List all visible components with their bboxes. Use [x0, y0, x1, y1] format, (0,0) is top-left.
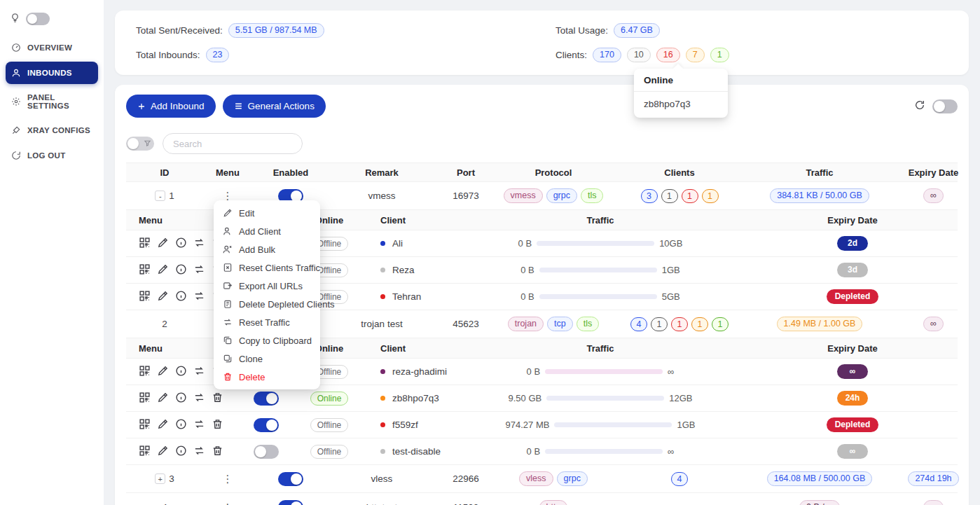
- info-icon[interactable]: [175, 392, 187, 406]
- info-icon[interactable]: [175, 418, 187, 432]
- client-count-badge[interactable]: 4: [671, 472, 688, 486]
- traffic-used: 9.50 GB: [509, 393, 542, 403]
- expand-row-button[interactable]: +: [155, 473, 165, 484]
- menu-item-clone[interactable]: Clone: [214, 350, 320, 368]
- menu-item-copy-to-clipboard[interactable]: Copy to Clipboard: [214, 331, 320, 350]
- refresh-icon[interactable]: [914, 99, 925, 113]
- reset-traffic-icon[interactable]: [193, 392, 205, 406]
- expiry-badge: 3d: [837, 263, 868, 277]
- clients-depleted-badge[interactable]: 16: [656, 48, 680, 62]
- search-input[interactable]: [163, 133, 303, 154]
- general-actions-button[interactable]: General Actions: [223, 95, 326, 118]
- auto-refresh-toggle[interactable]: [932, 99, 958, 113]
- client-count-badge[interactable]: 1: [702, 189, 719, 203]
- sidebar-item-label: XRAY CONFIGS: [27, 126, 90, 134]
- clients-expiring-badge[interactable]: 7: [686, 48, 705, 62]
- edit-icon[interactable]: [157, 392, 169, 406]
- qr-code-icon[interactable]: [139, 445, 151, 459]
- reset-traffic-icon[interactable]: [193, 290, 205, 304]
- reset-traffic-icon[interactable]: [193, 365, 205, 379]
- delete-icon[interactable]: [212, 445, 223, 459]
- menu-item-delete-depleted-clients[interactable]: Delete Depleted Clients: [214, 295, 320, 313]
- client-count-badge[interactable]: 1: [671, 317, 688, 331]
- qr-code-icon[interactable]: [139, 237, 151, 251]
- client-count-badge[interactable]: 1: [651, 317, 668, 331]
- edit-icon[interactable]: [157, 418, 169, 432]
- traffic-used: 0 B: [520, 291, 534, 302]
- row-menu-button[interactable]: ⋮: [223, 473, 233, 484]
- inbound-row-4: 4 ⋮ httptest 11503 http 0 B / ∞ ∞: [126, 493, 958, 505]
- menu-item-add-client[interactable]: Add Client: [214, 222, 320, 240]
- reset-traffic-icon[interactable]: [193, 445, 205, 459]
- menu-item-export-all-urls[interactable]: Export All URLs: [214, 277, 320, 295]
- traffic-limit: 5GB: [662, 291, 680, 302]
- menu-item-edit[interactable]: Edit: [214, 204, 320, 222]
- popover-client-name[interactable]: zb8hpo7q3: [634, 92, 728, 118]
- row-menu-button[interactable]: ⋮: [223, 191, 233, 201]
- edit-icon[interactable]: [157, 365, 169, 379]
- edit-icon[interactable]: [157, 445, 169, 459]
- delete-icon[interactable]: [212, 418, 223, 432]
- total-inbounds-label: Total Inbounds:: [136, 50, 200, 60]
- client-color-dot: [380, 241, 385, 246]
- qr-code-icon[interactable]: [139, 290, 151, 304]
- client-enabled-toggle[interactable]: [254, 418, 279, 432]
- inbound-id: 4: [162, 502, 167, 505]
- info-icon[interactable]: [175, 445, 187, 459]
- menu-item-reset-traffic[interactable]: Reset Traffic: [214, 313, 320, 331]
- row-menu-button[interactable]: ⋮: [223, 502, 233, 505]
- info-icon[interactable]: [175, 365, 187, 379]
- sidebar-item-panel-settings[interactable]: PANEL SETTINGS: [6, 87, 98, 116]
- sidebar-item-label: LOG OUT: [27, 151, 66, 160]
- clients-online-badge[interactable]: 1: [710, 48, 729, 62]
- qr-code-icon[interactable]: [139, 392, 151, 406]
- menu-item-add-bulk[interactable]: Add Bulk: [214, 240, 320, 258]
- client-enabled-toggle[interactable]: [254, 392, 279, 406]
- menu-item-reset-clients-traffic[interactable]: Reset Clients Traffic: [214, 258, 320, 277]
- qr-code-icon[interactable]: [139, 365, 151, 379]
- client-enabled-toggle[interactable]: [254, 445, 279, 459]
- reset-traffic-icon[interactable]: [193, 237, 205, 251]
- traffic-progressbar: [537, 241, 654, 246]
- reset-traffic-icon[interactable]: [193, 263, 205, 277]
- edit-icon[interactable]: [157, 263, 169, 277]
- sidebar-item-logout[interactable]: LOG OUT: [6, 144, 98, 167]
- inbound-id: 2: [162, 319, 167, 329]
- sidebar-item-xray-configs[interactable]: XRAY CONFIGS: [6, 119, 98, 141]
- delete-icon[interactable]: [212, 392, 223, 406]
- client-count-badge[interactable]: 1: [682, 189, 698, 203]
- client-row-test-disable: Offline test-disable 0 B ∞ ∞: [126, 438, 958, 465]
- info-icon[interactable]: [175, 263, 187, 277]
- client-count-badge[interactable]: 1: [661, 189, 678, 203]
- dark-mode-toggle[interactable]: [26, 13, 50, 25]
- add-inbound-button[interactable]: Add Inbound: [126, 95, 216, 118]
- sidebar-item-inbounds[interactable]: INBOUNDS: [6, 62, 98, 84]
- inbound-enabled-toggle[interactable]: [278, 500, 303, 505]
- collapse-row-button[interactable]: -: [155, 191, 165, 201]
- total-inbounds-value: 23: [206, 48, 230, 62]
- menu-item-delete[interactable]: Delete: [214, 368, 320, 386]
- client-count-badge[interactable]: 4: [630, 317, 647, 331]
- inbound-port: 45623: [434, 319, 497, 329]
- info-icon[interactable]: [175, 237, 187, 251]
- filter-toggle[interactable]: [126, 137, 154, 151]
- client-count-badge[interactable]: 1: [712, 317, 729, 331]
- protocol-tag: tls: [581, 188, 604, 203]
- inbound-enabled-toggle[interactable]: [278, 472, 303, 486]
- edit-icon[interactable]: [157, 290, 169, 304]
- clients-total-badge[interactable]: 170: [593, 48, 621, 62]
- client-count-badge[interactable]: 1: [691, 317, 708, 331]
- client-count-badge[interactable]: 3: [641, 189, 658, 203]
- qr-code-icon[interactable]: [139, 263, 151, 277]
- qr-code-icon[interactable]: [139, 418, 151, 432]
- client-name: Tehran: [392, 291, 421, 302]
- reset-traffic-icon[interactable]: [193, 418, 205, 432]
- protocol-tag: grpc: [546, 188, 577, 203]
- sidebar-item-overview[interactable]: OVERVIEW: [6, 36, 98, 59]
- edit-icon[interactable]: [157, 237, 169, 251]
- traffic-progressbar: [554, 422, 672, 427]
- info-icon[interactable]: [175, 290, 187, 304]
- clients-disabled-badge[interactable]: 10: [627, 48, 651, 62]
- traffic-limit: 12GB: [669, 393, 692, 403]
- traffic-badge: 1.49 MB / 1.00 GB: [777, 317, 863, 331]
